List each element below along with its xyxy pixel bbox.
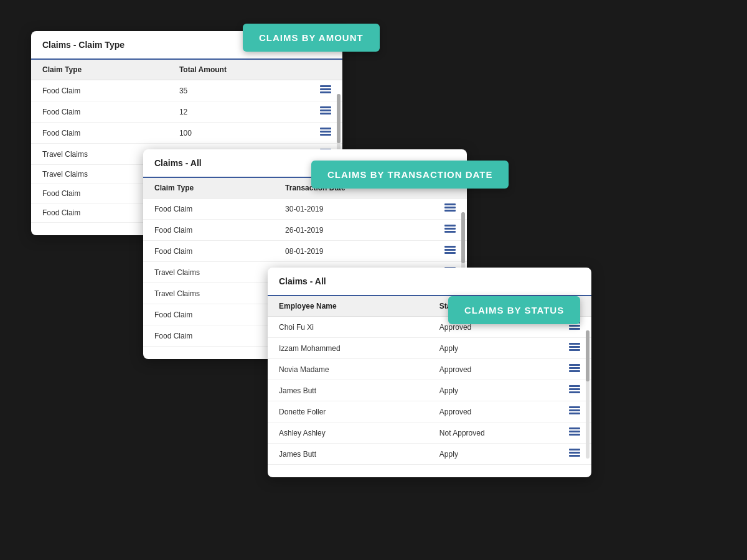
status-cell: Apply — [428, 380, 558, 401]
row-menu-icon[interactable] — [569, 385, 580, 394]
claim-type-cell: Food Claim — [143, 325, 274, 347]
date-cell: 08-01-2019 — [274, 241, 433, 262]
employee-name-cell: Ashley Ashley — [268, 422, 428, 444]
status-cell: Approved — [428, 401, 558, 422]
card3-col-employee-name: Employee Name — [268, 296, 428, 317]
employee-name-cell: James Butt — [268, 444, 428, 465]
row-menu-icon[interactable] — [569, 343, 580, 352]
badge-claims-by-transaction-date: CLAIMS BY TRANSACTION DATE — [311, 161, 509, 189]
row-menu-icon[interactable] — [569, 449, 580, 457]
employee-name-cell: Choi Fu Xi — [268, 317, 428, 338]
date-cell: 30-01-2019 — [274, 198, 433, 220]
claim-type-cell: Food Claim — [31, 101, 168, 123]
claim-type-cell: Food Claim — [143, 241, 274, 262]
card2-scroll-thumb — [461, 212, 465, 263]
card2-col-claim-type: Claim Type — [143, 178, 274, 198]
claim-type-cell: Travel Claims — [143, 262, 274, 283]
table-row: Ashley Ashley Not Approved — [268, 422, 591, 444]
card3-header: Claims - All — [268, 268, 591, 296]
claim-type-cell: Food Claim — [143, 304, 274, 325]
date-cell: 26-01-2019 — [274, 220, 433, 241]
amount-cell: 100 — [168, 123, 309, 144]
row-menu-icon[interactable] — [569, 364, 580, 373]
employee-name-cell: Donette Foller — [268, 401, 428, 422]
row-menu-icon[interactable] — [320, 128, 331, 136]
table-row: Food Claim 12 — [31, 101, 342, 123]
status-cell: Apply — [428, 444, 558, 465]
employee-name-cell: Novia Madame — [268, 359, 428, 380]
employee-name-cell: Izzam Mohammed — [268, 338, 428, 359]
card1-col-total-amount: Total Amount — [168, 60, 309, 80]
table-row: Food Claim 08-01-2019 — [143, 241, 467, 262]
card1-scroll-thumb — [337, 94, 341, 143]
table-row: Donette Foller Approved — [268, 401, 591, 422]
claim-type-cell: Travel Claims — [143, 283, 274, 304]
row-menu-icon[interactable] — [569, 427, 580, 436]
claim-type-cell: Food Claim — [143, 220, 274, 241]
table-row: Food Claim 26-01-2019 — [143, 220, 467, 241]
card3-scroll-thumb — [586, 330, 590, 381]
employee-name-cell: James Butt — [268, 380, 428, 401]
row-menu-icon[interactable] — [320, 85, 331, 94]
amount-cell: 12 — [168, 101, 309, 123]
table-row: Food Claim 100 — [31, 123, 342, 144]
table-row: Izzam Mohammed Apply — [268, 338, 591, 359]
row-menu-icon[interactable] — [444, 225, 456, 233]
status-cell: Approved — [428, 359, 558, 380]
card1-col-claim-type: Claim Type — [31, 60, 168, 80]
table-row: James Butt Apply — [268, 444, 591, 465]
claim-type-cell: Food Claim — [143, 198, 274, 220]
table-row: Food Claim 35 — [31, 80, 342, 101]
table-row: Food Claim 30-01-2019 — [143, 198, 467, 220]
table-row: Novia Madame Approved — [268, 359, 591, 380]
claim-type-cell: Food Claim — [31, 123, 168, 144]
claim-type-cell: Food Claim — [31, 80, 168, 101]
row-menu-icon[interactable] — [444, 203, 456, 212]
row-menu-icon[interactable] — [320, 106, 331, 115]
row-menu-icon[interactable] — [444, 246, 456, 254]
badge-claims-by-status: CLAIMS BY STATUS — [448, 296, 580, 324]
card3-title: Claims - All — [279, 276, 580, 286]
amount-cell: 35 — [168, 80, 309, 101]
table-row: James Butt Apply — [268, 380, 591, 401]
status-cell: Apply — [428, 338, 558, 359]
row-menu-icon[interactable] — [569, 406, 580, 415]
badge-claims-by-amount: CLAIMS BY AMOUNT — [243, 24, 380, 52]
status-cell: Not Approved — [428, 422, 558, 444]
scene: CLAIMS BY AMOUNT CLAIMS BY TRANSACTION D… — [0, 0, 747, 560]
card3-scrollbar[interactable] — [586, 330, 590, 459]
